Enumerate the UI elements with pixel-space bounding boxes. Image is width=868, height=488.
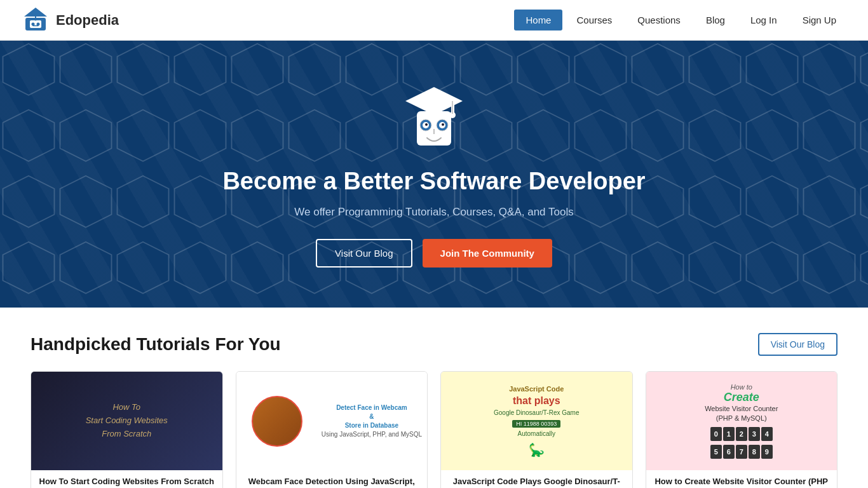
digit-2: 2 xyxy=(736,427,747,441)
digit-0: 0 xyxy=(710,427,722,441)
tutorial-thumb-2: Detect Face in Webcam & Store in Databas… xyxy=(236,372,428,470)
thumb-4-counter-row2: 5 6 7 8 9 xyxy=(710,445,773,459)
hero-title: Become a Better Software Developer xyxy=(222,167,645,196)
navbar: Edopedia Home Courses Questions Blog Log… xyxy=(0,0,868,41)
tutorial-label-1: How To Start Coding Websites From Scratc… xyxy=(31,470,222,488)
brand-icon xyxy=(20,5,51,36)
digit-5: 5 xyxy=(710,445,722,459)
thumb-3-title: JavaScript Code xyxy=(509,385,564,393)
tutorials-grid: How To Start Coding Websites From Scratc… xyxy=(31,371,837,488)
digit-4: 4 xyxy=(761,427,773,441)
thumb-4-sub: Website Visitor Counter(PHP & MySQL) xyxy=(705,404,778,424)
digit-7: 7 xyxy=(736,445,747,459)
svg-point-16 xyxy=(425,123,428,126)
tutorial-card-1[interactable]: How To Start Coding Websites From Scratc… xyxy=(31,371,223,488)
digit-3: 3 xyxy=(749,427,760,441)
tutorial-thumb-4: How to Create Website Visitor Counter(PH… xyxy=(646,372,837,470)
join-community-button[interactable]: Join The Community xyxy=(423,239,552,268)
svg-marker-1 xyxy=(24,8,47,17)
tutorial-card-3[interactable]: JavaScript Code that plays Google Dinosa… xyxy=(440,371,633,488)
digit-1: 1 xyxy=(723,427,735,441)
thumb-1-text: How To Start Coding Websites From Scratc… xyxy=(86,401,168,440)
thumb-3-dino-icon: 🦕 xyxy=(529,442,545,458)
hero-mascot-icon xyxy=(399,81,469,157)
tutorial-label-2: Webcam Face Detection Using JavaScript, … xyxy=(236,470,428,488)
tutorial-thumb-1: How To Start Coding Websites From Scratc… xyxy=(31,372,222,470)
nav-home[interactable]: Home xyxy=(514,10,562,30)
digit-8: 8 xyxy=(749,445,760,459)
hero-section: Become a Better Software Developer We of… xyxy=(0,41,868,308)
nav-login[interactable]: Log In xyxy=(739,10,789,30)
brand-logo-link[interactable]: Edopedia xyxy=(20,5,119,36)
tutorial-label-4: How to Create Website Visitor Counter (P… xyxy=(646,470,837,488)
brand-name-text: Edopedia xyxy=(56,12,119,29)
thumb-4-how: How to xyxy=(731,383,752,391)
tutorial-card-2[interactable]: Detect Face in Webcam & Store in Databas… xyxy=(236,371,428,488)
svg-point-17 xyxy=(442,123,444,126)
hero-content: Become a Better Software Developer We of… xyxy=(222,81,645,268)
digit-6: 6 xyxy=(723,445,735,459)
thumb-2-face xyxy=(252,396,302,447)
hero-subtitle: We offer Programming Tutorials, Courses,… xyxy=(294,206,573,219)
tutorials-header: Handpicked Tutorials For You Visit Our B… xyxy=(31,333,837,356)
thumb-2-text: Detect Face in Webcam & Store in Databas… xyxy=(322,403,422,439)
thumb-3-sub: Google Dinosaur/T-Rex Game xyxy=(494,409,580,416)
nav-signup[interactable]: Sign Up xyxy=(791,10,848,30)
nav-links: Home Courses Questions Blog Log In Sign … xyxy=(514,10,848,30)
hero-buttons: Visit Our Blog Join The Community xyxy=(316,239,552,268)
thumb-3-main: that plays xyxy=(513,395,560,407)
thumb-3-badge: HI 11988 00393 xyxy=(512,420,560,428)
tutorials-visit-blog-button[interactable]: Visit Our Blog xyxy=(758,333,837,356)
tutorials-section: Handpicked Tutorials For You Visit Our B… xyxy=(0,308,868,488)
svg-point-7 xyxy=(35,18,37,20)
nav-courses[interactable]: Courses xyxy=(565,10,623,30)
tutorials-section-title: Handpicked Tutorials For You xyxy=(31,334,281,355)
nav-blog[interactable]: Blog xyxy=(695,10,736,30)
tutorial-label-3: JavaScript Code Plays Google Dinosaur/T-… xyxy=(441,470,632,488)
thumb-4-create: Create xyxy=(724,391,759,404)
visit-blog-button[interactable]: Visit Our Blog xyxy=(316,239,412,268)
thumb-3-auto: Automatically xyxy=(518,430,555,437)
nav-questions[interactable]: Questions xyxy=(626,10,692,30)
thumb-4-counter: 0 1 2 3 4 xyxy=(710,427,773,441)
digit-9: 9 xyxy=(761,445,773,459)
tutorial-card-4[interactable]: How to Create Website Visitor Counter(PH… xyxy=(646,371,838,488)
tutorial-thumb-3: JavaScript Code that plays Google Dinosa… xyxy=(441,372,632,470)
